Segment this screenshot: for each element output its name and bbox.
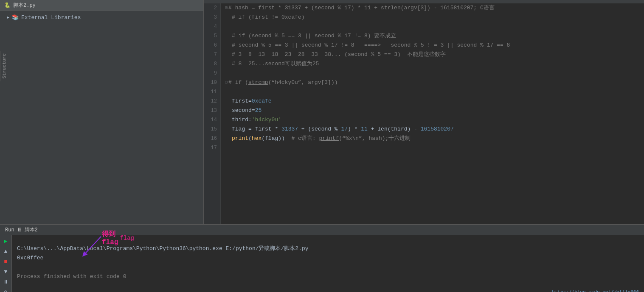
line-num-2: 2 [207, 3, 217, 13]
strcmp-func: strcmp [248, 78, 268, 87]
pause-button[interactable]: ⏸ [2, 278, 10, 286]
sidebar-tree: ▶ 📚 External Libraries [0, 11, 203, 24]
flag-label-suffix: flag [120, 235, 134, 242]
library-icon: 📚 [12, 14, 19, 21]
code-31337: 31337 [281, 125, 298, 134]
run-content: ▶ ▲ ■ ▼ ⏸ ⚙ 得到flag flag [0, 235, 644, 292]
code-text-2: # hash = first * 31337 + (second % 17) *… [228, 3, 381, 13]
code-print-args: ( [248, 134, 252, 143]
code-line-15: flag = first * 31337 + (second % 17) * 1… [225, 125, 644, 134]
external-libraries-label: External Libraries [21, 14, 81, 21]
line-num-5: 5 [207, 31, 217, 41]
code-line-14: third='h4cky0u' [225, 115, 644, 125]
line-num-8: 8 [207, 59, 217, 69]
code-second-var: second [232, 106, 252, 115]
code-print-comment: # c语言: [291, 134, 319, 143]
output-exit-text: Process finished with exit code 0 [17, 273, 126, 280]
svg-line-1 [84, 236, 101, 255]
output-cmd-text: C:\Users\...\AppData\Local\Programs\Pyth… [17, 245, 309, 252]
code-text-3: # if (first != 0xcafe) [232, 13, 305, 22]
code-content: 2 3 4 5 6 7 8 9 10 11 12 13 14 15 16 17 [204, 3, 644, 224]
line-num-13: 13 [207, 106, 217, 115]
code-line-4 [225, 22, 644, 31]
python-file-icon: 🐍 [4, 2, 11, 8]
code-flag-var: flag = first * [232, 125, 281, 134]
editor-area: 2 3 4 5 6 7 8 9 10 11 12 13 14 15 16 17 [204, 0, 644, 224]
line-num-14: 14 [207, 115, 217, 125]
code-text-6: # second % 5 == 3 || second % 17 != 8 ==… [232, 41, 510, 50]
code-assign-2: = [252, 106, 255, 115]
structure-vertical-tab[interactable]: Structure [0, 51, 8, 81]
line-num-15: 15 [207, 125, 217, 134]
expand-arrow-icon: ▶ [7, 15, 9, 20]
file-tab-label: 脚本2.py [13, 2, 36, 9]
code-flag-op: + (second % [298, 125, 341, 134]
strlen-func: strlen [381, 3, 401, 13]
editor-scrollbar[interactable] [204, 0, 644, 3]
file-tab[interactable]: 🐍 脚本2.py [0, 0, 203, 11]
run-tab-bar: Run 🖥 脚本2 [0, 225, 644, 235]
code-line-13: second=25 [225, 106, 644, 115]
line-num-12: 12 [207, 97, 217, 106]
fold-icon-2[interactable]: ⊟ [225, 3, 228, 13]
code-line-3: # if (first != 0xcafe) [225, 13, 644, 22]
code-lines[interactable]: ⊟ # hash = first * 31337 + (second % 17)… [221, 3, 644, 224]
run-output: 得到flag flag C:\Users\...\AppData\Local\P… [12, 235, 644, 292]
line-num-11: 11 [207, 87, 217, 97]
line-num-4: 4 [207, 22, 217, 31]
run-label: Run [5, 227, 14, 233]
run-script-icon: 🖥 [17, 227, 22, 233]
play-button[interactable]: ▶ [2, 237, 10, 245]
code-line-9 [225, 69, 644, 78]
code-line-10: ⊟ # if (strcmp(“h4cky0u”, argv[3])) [225, 78, 644, 87]
code-first-var: first [232, 97, 248, 106]
code-line-17 [225, 143, 644, 153]
output-result-line: 0xc0ffee [17, 253, 639, 263]
line-num-7: 7 [207, 50, 217, 59]
code-assign-1: = [248, 97, 252, 106]
code-line-11 [225, 87, 644, 97]
code-printf-args: (“%x\n”, hash);十六进制 [339, 134, 411, 143]
code-0xcafe: 0xcafe [252, 97, 272, 106]
sidebar: 🐍 脚本2.py ▶ 📚 External Libraries [0, 0, 204, 224]
code-third-var: third= [232, 115, 252, 125]
line-num-17: 17 [207, 143, 217, 153]
up-button[interactable]: ▲ [2, 247, 10, 256]
output-exit-line: Process finished with exit code 0 [17, 272, 639, 281]
run-script-label: 脚本2 [25, 226, 38, 234]
down-button[interactable]: ▼ [2, 267, 10, 276]
code-text-8: # 8 25...second可以赋值为25 [232, 59, 319, 69]
code-line-2: ⊟ # hash = first * 31337 + (second % 17)… [225, 3, 644, 13]
annotation-arrow-icon [80, 236, 105, 257]
code-print-func: print [232, 134, 248, 143]
code-bignum: 1615810207 [421, 125, 454, 134]
code-text-10a: # if ( [228, 78, 248, 87]
bottom-right-link[interactable]: https://blog.csdn.net/Waffle666 [552, 289, 639, 292]
stop-button[interactable]: ■ [2, 257, 10, 266]
fold-icon-10[interactable]: ⊟ [225, 78, 228, 87]
code-hex-args: (flag)) [262, 134, 291, 143]
code-h4cky0u-string: 'h4cky0u' [252, 115, 281, 125]
settings-button[interactable]: ⚙ [2, 288, 10, 292]
bottom-panel: Run 🖥 脚本2 ▶ ▲ ■ ▼ ⏸ ⚙ 得到flag flag [0, 224, 644, 292]
line-num-3: 3 [207, 13, 217, 22]
external-libraries-item[interactable]: ▶ 📚 External Libraries [0, 13, 203, 22]
main-container: 🐍 脚本2.py ▶ 📚 External Libraries 2 3 4 5 … [0, 0, 644, 224]
line-num-6: 6 [207, 41, 217, 50]
line-numbers: 2 3 4 5 6 7 8 9 10 11 12 13 14 15 16 17 [204, 3, 221, 224]
output-result-value: 0xc0ffee [17, 255, 43, 261]
csdn-link[interactable]: https://blog.csdn.net/Waffle666 [552, 289, 639, 292]
code-17: 17 [341, 125, 348, 134]
code-line-6: # second % 5 == 3 || second % 17 != 8 ==… [225, 41, 644, 50]
line-num-16: 16 [207, 134, 217, 143]
code-line-8: # 8 25...second可以赋值为25 [225, 59, 644, 69]
code-flag-op3: + len(third) - [368, 125, 421, 134]
annotation-container: 得到flag flag [102, 230, 134, 246]
code-line-5: # if (second % 5 == 3 || second % 17 != … [225, 31, 644, 41]
code-25: 25 [255, 106, 262, 115]
run-controls: ▶ ▲ ■ ▼ ⏸ ⚙ [0, 235, 12, 292]
code-11: 11 [361, 125, 368, 134]
structure-tab-label: Structure [2, 53, 7, 78]
code-text-2b: (argv[3]) - 1615810207; C语言 [401, 3, 495, 13]
line-num-9: 9 [207, 69, 217, 78]
